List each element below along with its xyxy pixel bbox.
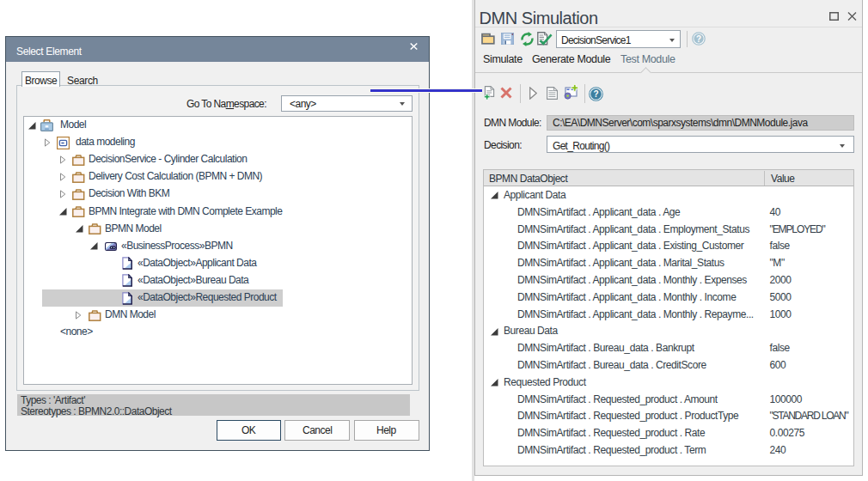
svg-text:?: ? [696, 34, 701, 44]
svg-text:?: ? [593, 89, 598, 99]
